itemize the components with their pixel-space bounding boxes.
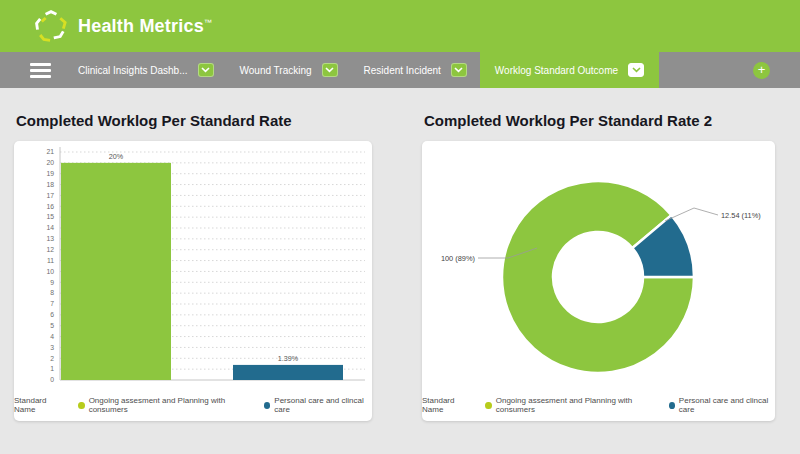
svg-text:19: 19: [46, 170, 54, 177]
legend-item: Personal care and clincal care: [264, 396, 372, 414]
bar-chart-panel: Completed Worklog Per Standard Rate 0123…: [14, 112, 372, 421]
donut-chart-title: Completed Worklog Per Standard Rate 2: [424, 112, 775, 129]
svg-text:14: 14: [46, 224, 54, 231]
donut-chart-canvas[interactable]: 100 (89%)12.54 (11%): [422, 141, 775, 391]
svg-text:4: 4: [50, 333, 54, 340]
legend-title: Standard Name: [422, 396, 472, 414]
svg-text:20%: 20%: [109, 152, 124, 161]
svg-text:100 (89%): 100 (89%): [441, 254, 475, 263]
menu-icon[interactable]: [30, 60, 51, 81]
svg-text:16: 16: [46, 203, 54, 210]
svg-text:5: 5: [50, 322, 54, 329]
svg-text:8: 8: [50, 289, 54, 296]
svg-text:1: 1: [50, 365, 54, 372]
tab-wound-tracking[interactable]: Wound Tracking: [227, 52, 351, 88]
teal-dot-icon: [669, 402, 675, 409]
bar-chart-legend: Standard Name Ongoing assesment and Plan…: [14, 391, 372, 419]
chevron-down-icon[interactable]: [451, 63, 467, 77]
legend-item: Ongoing assesment and Planning with cons…: [485, 396, 655, 414]
svg-text:15: 15: [46, 213, 54, 220]
donut-chart-legend: Standard Name Ongoing assesment and Plan…: [422, 391, 775, 419]
bar-chart-card: 012345678910111213141516171819202120%1.3…: [14, 141, 372, 421]
legend-title: Standard Name: [14, 396, 65, 414]
svg-text:2: 2: [50, 355, 54, 362]
health-metrics-logo-icon: [33, 8, 69, 44]
teal-dot-icon: [264, 402, 270, 409]
tab-worklog-standard-outcome[interactable]: Worklog Standard Outcome: [480, 52, 659, 88]
legend-item: Personal care and clincal care: [669, 396, 775, 414]
donut-chart-panel: Completed Worklog Per Standard Rate 2 10…: [422, 112, 775, 421]
svg-text:18: 18: [46, 181, 54, 188]
dashboard-tab-bar: Clinical Insights Dashb... Wound Trackin…: [0, 52, 800, 88]
svg-text:17: 17: [46, 192, 54, 199]
svg-text:1.39%: 1.39%: [278, 354, 299, 363]
svg-text:20: 20: [46, 159, 54, 166]
bar-chart-canvas[interactable]: 012345678910111213141516171819202120%1.3…: [14, 141, 372, 391]
chevron-down-icon[interactable]: [198, 63, 214, 77]
svg-text:10: 10: [46, 268, 54, 275]
svg-text:6: 6: [50, 311, 54, 318]
svg-text:0: 0: [50, 376, 54, 383]
tab-clinical-insights-dashboard[interactable]: Clinical Insights Dashb...: [65, 52, 227, 88]
bar-chart-title: Completed Worklog Per Standard Rate: [16, 112, 372, 129]
brand-title: Health Metrics™: [78, 16, 212, 37]
donut-chart-card: 100 (89%)12.54 (11%) Standard Name Ongoi…: [422, 141, 775, 421]
app-header: Health Metrics™: [0, 0, 800, 52]
green-dot-icon: [485, 402, 491, 409]
svg-text:12.54 (11%): 12.54 (11%): [721, 211, 761, 220]
green-dot-icon: [78, 402, 84, 409]
add-dashboard-button[interactable]: +: [753, 62, 770, 79]
svg-text:11: 11: [47, 257, 54, 264]
legend-item: Ongoing assesment and Planning with cons…: [78, 396, 251, 414]
svg-text:9: 9: [50, 279, 54, 286]
tab-resident-incident[interactable]: Resident Incident: [351, 52, 480, 88]
trademark: ™: [204, 18, 212, 27]
chevron-down-icon[interactable]: [322, 63, 338, 77]
chevron-down-icon[interactable]: [628, 63, 644, 77]
svg-text:12: 12: [46, 246, 54, 253]
dashboard-content: Completed Worklog Per Standard Rate 0123…: [0, 88, 800, 421]
svg-text:21: 21: [46, 148, 54, 155]
svg-text:3: 3: [50, 344, 54, 351]
svg-text:13: 13: [46, 235, 54, 242]
svg-text:7: 7: [50, 300, 54, 307]
